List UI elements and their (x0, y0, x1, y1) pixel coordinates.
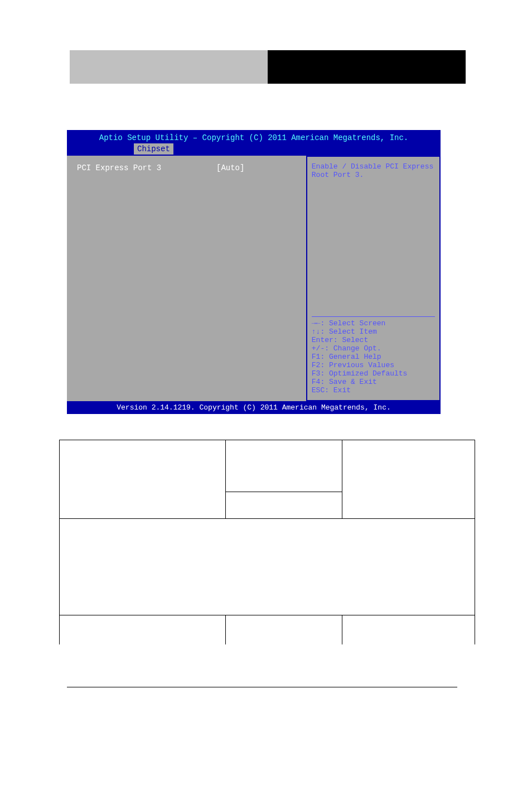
bios-setup-screen: Aptio Setup Utility – Copyright (C) 2011… (67, 130, 441, 411)
table-cell (342, 615, 475, 645)
bios-help-panel: Enable / Disable PCI Express Root Port 3… (306, 156, 441, 401)
table-row (60, 440, 475, 492)
header-left-block (70, 50, 268, 84)
setting-label: PCI Express Port 3 (77, 163, 216, 172)
bios-tab-bar: Chipset (67, 143, 441, 155)
help-divider (312, 316, 435, 317)
hint-select-screen: →←: Select Screen (312, 319, 435, 328)
bios-body: PCI Express Port 3 [Auto] Enable / Disab… (67, 156, 441, 401)
table-cell (226, 492, 342, 519)
table-row (60, 519, 475, 615)
options-table (59, 440, 475, 644)
hint-change-opt: +/-: Change Opt. (312, 344, 435, 353)
table-cell (226, 440, 342, 492)
bios-key-hints: →←: Select Screen ↑↓: Select Item Enter:… (312, 314, 435, 394)
table-cell-wide (60, 519, 475, 615)
bios-settings-panel: PCI Express Port 3 [Auto] (67, 156, 306, 401)
setting-row-pci-express-port-3[interactable]: PCI Express Port 3 [Auto] (77, 163, 301, 172)
bios-footer: Version 2.14.1219. Copyright (C) 2011 Am… (67, 401, 441, 414)
table-cell (342, 440, 475, 519)
bios-help-text: Enable / Disable PCI Express Root Port 3… (312, 162, 435, 179)
hint-esc: ESC: Exit (312, 386, 435, 394)
page-header-bar (70, 50, 466, 84)
hint-enter: Enter: Select (312, 336, 435, 344)
bios-title: Aptio Setup Utility – Copyright (C) 2011… (67, 130, 441, 142)
table-cell (60, 615, 226, 645)
hint-previous-values: F2: Previous Values (312, 361, 435, 369)
setting-value[interactable]: [Auto] (216, 163, 244, 172)
header-right-block (268, 50, 466, 84)
table-row (60, 615, 475, 645)
tab-chipset[interactable]: Chipset (134, 143, 173, 155)
table-cell (226, 615, 342, 645)
hint-select-item: ↑↓: Select Item (312, 328, 435, 336)
hint-optimized-defaults: F3: Optimized Defaults (312, 369, 435, 378)
hint-general-help: F1: General Help (312, 353, 435, 361)
table-cell (60, 440, 226, 519)
footer-rule (67, 687, 457, 687)
hint-save-exit: F4: Save & Exit (312, 378, 435, 386)
